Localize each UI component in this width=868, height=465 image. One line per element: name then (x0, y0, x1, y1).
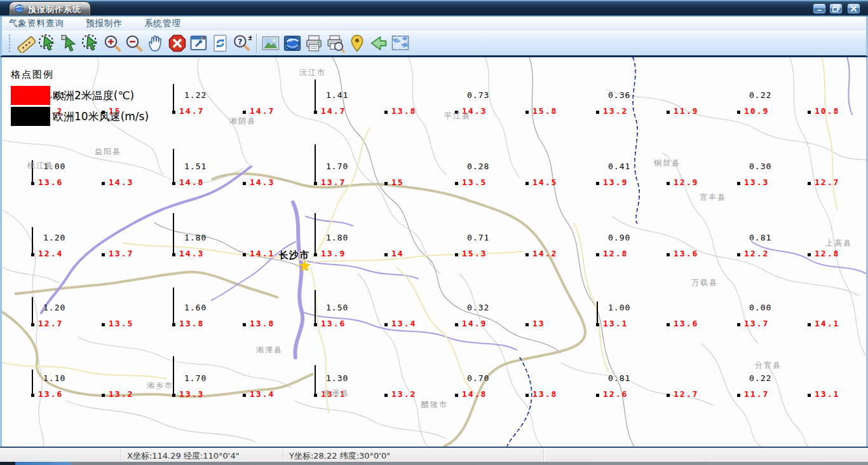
station-dot (455, 394, 458, 397)
station-windspeed: 1.20 (43, 303, 65, 312)
menu-forecast-production[interactable]: 预报制作 (86, 18, 123, 29)
station-temperature: 13.3 (179, 389, 204, 399)
svg-text:±: ± (248, 34, 252, 42)
station-dot (243, 111, 246, 114)
place-label: 沅江市 (299, 67, 326, 78)
map-viewport[interactable]: 15.20.611514.71.2214.714.71.4113.814.30.… (0, 57, 868, 447)
station-windspeed: 0.30 (749, 162, 771, 171)
place-label: 湘乡市 (147, 380, 173, 391)
station-temperature: 13.6 (674, 319, 698, 328)
station-dot (384, 253, 388, 256)
station-dot (102, 323, 105, 326)
station-windspeed: 0.81 (608, 373, 630, 383)
station-temperature: 14.8 (462, 389, 487, 399)
station-dot (526, 323, 529, 326)
station-temperature: 13.9 (603, 177, 628, 187)
station-temperature: 14.9 (462, 319, 487, 328)
wind-barb-line (315, 290, 316, 324)
place-label: 益阳县 (95, 146, 121, 157)
station-temperature: 13.8 (250, 319, 275, 328)
wind-barb-line (315, 80, 316, 112)
station-windspeed: 1.51 (184, 162, 207, 171)
station-temperature: 14 (391, 249, 404, 258)
station-dot (526, 111, 529, 114)
place-label: 铜鼓县 (654, 158, 681, 169)
identify-query-icon[interactable]: ±? (231, 32, 253, 54)
cancel-stop-icon[interactable] (166, 32, 188, 54)
station-dot (808, 253, 811, 256)
zoom-in-icon[interactable] (102, 32, 123, 54)
station-dot (737, 182, 740, 185)
menu-weather-data-query[interactable]: 气象资料查询 (9, 18, 64, 29)
station-temperature: 12.8 (603, 249, 628, 258)
wind-barb-line (173, 84, 174, 112)
locate-pin-icon[interactable] (346, 32, 368, 54)
station-temperature: 14.7 (179, 106, 204, 116)
station-temperature: 13.7 (321, 177, 346, 187)
station-windspeed: 1.60 (184, 303, 207, 312)
menu-system-management[interactable]: 系统管理 (144, 18, 181, 29)
toolbar: ±? (0, 31, 868, 57)
svg-text:?: ? (238, 36, 243, 46)
station-windspeed: 0.41 (608, 162, 630, 171)
station-temperature: 14.1 (815, 319, 839, 328)
wind-barb-line (315, 213, 316, 254)
station-dot (737, 253, 740, 256)
place-label: 平江县 (444, 111, 471, 121)
export-image-icon[interactable] (260, 32, 281, 54)
station-windspeed: 0.71 (467, 233, 489, 242)
place-label: 桃江县 (27, 160, 54, 171)
toolbar-grip[interactable] (8, 34, 11, 53)
zoom-out-icon[interactable] (123, 32, 145, 54)
station-temperature: 12.7 (38, 319, 63, 328)
station-temperature: 13.1 (603, 319, 628, 328)
station-temperature: 13.2 (391, 389, 416, 399)
select-element-icon[interactable] (58, 32, 80, 54)
station-windspeed: 0.28 (467, 162, 489, 171)
globe-view-icon[interactable] (281, 32, 303, 54)
full-extent-window-icon[interactable] (188, 32, 210, 54)
station-windspeed: 1.70 (326, 162, 348, 171)
minimize-button[interactable] (813, 3, 826, 14)
status-divider (283, 449, 283, 462)
map-grid-icon[interactable] (390, 32, 411, 54)
pan-hand-icon[interactable] (145, 32, 166, 54)
place-label: 万载县 (691, 277, 718, 288)
refresh-page-icon[interactable] (210, 32, 231, 54)
app-title: 预报制作系统 (28, 4, 81, 15)
station-temperature: 13.5 (109, 319, 133, 328)
print-icon[interactable] (303, 32, 325, 54)
place-label: 株洲县 (323, 388, 349, 399)
app-tab[interactable]: 预报制作系统 (9, 1, 91, 17)
station-temperature: 11.9 (674, 106, 698, 116)
station-windspeed: 0.32 (467, 303, 489, 312)
station-dot (384, 323, 388, 326)
place-label: 醴陵市 (421, 399, 448, 410)
station-dot (808, 394, 811, 397)
legend-item-windspeed: 欧洲10米风速(m/s) (11, 107, 149, 126)
station-dot (243, 182, 246, 185)
station-temperature: 14.1 (250, 249, 275, 258)
restore-button[interactable] (829, 3, 843, 14)
station-temperature: 13.8 (532, 389, 557, 399)
select-features-icon[interactable] (80, 32, 102, 54)
station-windspeed: 0.22 (749, 90, 771, 100)
station-windspeed: 1.30 (326, 373, 348, 383)
close-button[interactable] (847, 3, 860, 14)
select-by-circle-icon[interactable] (37, 32, 58, 54)
station-temperature: 13.6 (38, 389, 63, 399)
back-arrow-icon[interactable] (368, 32, 390, 54)
station-dot (737, 111, 740, 114)
station-temperature: 13.6 (38, 177, 63, 187)
status-divider (121, 449, 121, 462)
station-dot (102, 394, 105, 397)
measure-ruler-icon[interactable] (15, 32, 37, 54)
wind-barb-line (32, 370, 33, 395)
station-temperature: 14.2 (532, 249, 557, 258)
station-dot (596, 394, 599, 397)
print-preview-icon[interactable] (325, 32, 346, 54)
app-globe-icon (15, 4, 24, 16)
station-temperature: 13.6 (321, 319, 346, 328)
wind-barb-line (173, 213, 174, 254)
status-bar: X坐标:114.29 经度:110°0'4" Y坐标:28.22 纬度:30°0… (0, 447, 868, 462)
